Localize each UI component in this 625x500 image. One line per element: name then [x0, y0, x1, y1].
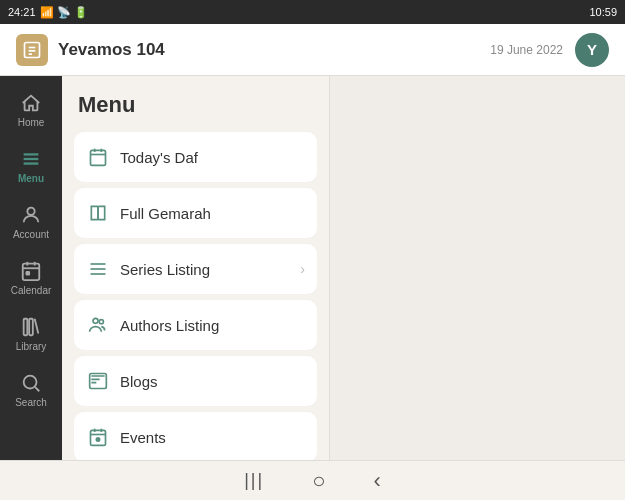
main-layout: Home Menu Account: [0, 76, 625, 460]
home-button[interactable]: ○: [312, 468, 325, 494]
sidebar-account-label: Account: [13, 229, 49, 240]
menu-title: Menu: [74, 92, 317, 118]
content-area: Menu Today's Daf: [62, 76, 625, 460]
svg-point-7: [27, 208, 34, 215]
authors-listing-label: Authors Listing: [120, 317, 305, 334]
authors-listing-icon: [86, 313, 110, 337]
menu-panel: Menu Today's Daf: [62, 76, 330, 460]
svg-rect-17: [91, 150, 106, 165]
menu-item-full-gemarah[interactable]: Full Gemarah: [74, 188, 317, 238]
sidebar-item-home[interactable]: Home: [3, 84, 59, 136]
sidebar-menu-label: Menu: [18, 173, 44, 184]
back-button[interactable]: ‹: [374, 468, 381, 494]
menu-item-authors-listing[interactable]: Authors Listing: [74, 300, 317, 350]
menu-item-series-listing[interactable]: Series Listing ›: [74, 244, 317, 294]
svg-point-24: [93, 318, 98, 323]
status-right-time: 10:59: [589, 6, 617, 18]
svg-rect-13: [24, 319, 28, 336]
header-left: Yevamos 104: [16, 34, 165, 66]
series-listing-chevron-icon: ›: [300, 261, 305, 277]
svg-point-31: [96, 438, 99, 441]
todays-daf-label: Today's Daf: [120, 149, 305, 166]
app-container: Yevamos 104 19 June 2022 Y Home: [0, 24, 625, 500]
status-bar: 24:21 📶 📡 🔋 10:59: [0, 0, 625, 24]
menu-item-todays-daf[interactable]: Today's Daf: [74, 132, 317, 182]
status-right: 10:59: [589, 6, 617, 18]
blogs-icon: [86, 369, 110, 393]
right-content: [330, 76, 625, 460]
svg-point-15: [24, 376, 37, 389]
app-logo: [16, 34, 48, 66]
time-display: 24:21: [8, 6, 36, 18]
sidebar-search-label: Search: [15, 397, 47, 408]
status-time: 24:21 📶 📡 🔋: [8, 6, 88, 19]
top-header: Yevamos 104 19 June 2022 Y: [0, 24, 625, 76]
sidebar: Home Menu Account: [0, 76, 62, 460]
sidebar-item-search[interactable]: Search: [3, 364, 59, 416]
sidebar-item-calendar[interactable]: Calendar: [3, 252, 59, 304]
events-icon: [86, 425, 110, 449]
home-circle-icon: ○: [312, 468, 325, 494]
series-listing-icon: [86, 257, 110, 281]
sidebar-item-menu[interactable]: Menu: [3, 140, 59, 192]
sidebar-calendar-label: Calendar: [11, 285, 52, 296]
avatar[interactable]: Y: [575, 33, 609, 67]
svg-line-16: [35, 387, 39, 391]
series-listing-label: Series Listing: [120, 261, 290, 278]
recents-icon: |||: [244, 470, 264, 491]
sidebar-item-account[interactable]: Account: [3, 196, 59, 248]
app-title: Yevamos 104: [58, 40, 165, 60]
sidebar-home-label: Home: [18, 117, 45, 128]
back-icon: ‹: [374, 468, 381, 494]
sidebar-item-library[interactable]: Library: [3, 308, 59, 360]
recents-button[interactable]: |||: [244, 470, 264, 491]
header-date: 19 June 2022: [490, 43, 563, 57]
blogs-label: Blogs: [120, 373, 305, 390]
events-label: Events: [120, 429, 305, 446]
full-gemarah-icon: [86, 201, 110, 225]
todays-daf-icon: [86, 145, 110, 169]
svg-rect-12: [26, 272, 29, 275]
status-icons: 📶 📡 🔋: [40, 6, 88, 19]
full-gemarah-label: Full Gemarah: [120, 205, 305, 222]
sidebar-library-label: Library: [16, 341, 47, 352]
svg-rect-8: [23, 264, 40, 281]
bottom-nav: ||| ○ ‹: [0, 460, 625, 500]
svg-rect-14: [29, 319, 33, 336]
svg-point-25: [99, 320, 103, 324]
menu-item-events[interactable]: Events: [74, 412, 317, 460]
menu-item-blogs[interactable]: Blogs: [74, 356, 317, 406]
